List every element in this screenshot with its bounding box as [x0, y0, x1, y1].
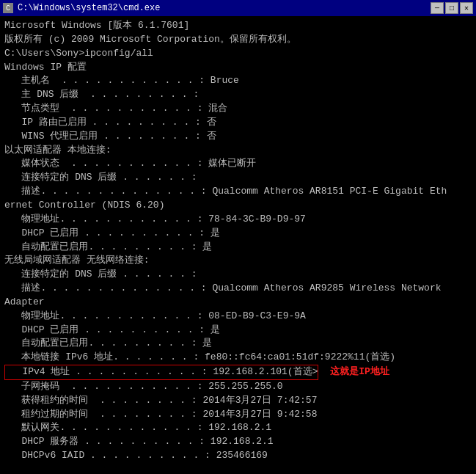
ipv4-line-content: IPv4 地址 . . . . . . . . . . . : 192.168.… [4, 365, 318, 380]
terminal-line: ernet Controller (NDIS 6.20) [4, 199, 472, 213]
terminal-line: Adapter [4, 296, 472, 310]
terminal-line: DHCP 已启用 . . . . . . . . . . : 是 [4, 227, 472, 241]
terminal-line: DHCP 服务器 . . . . . . . . . . : 192.168.2… [4, 435, 472, 449]
terminal-line: 版权所有 (c) 2009 Microsoft Corporation。保留所有… [4, 33, 472, 47]
terminal-line: 描述. . . . . . . . . . . . . . : Qualcomm… [4, 185, 472, 199]
terminal-line: Microsoft Windows [版本 6.1.7601] [4, 19, 472, 33]
terminal-line: 连接特定的 DNS 后缀 . . . . . . : [4, 268, 472, 282]
maximize-button[interactable]: □ [445, 2, 458, 14]
ipv4-highlight-row: IPv4 地址 . . . . . . . . . . . : 192.168.… [4, 365, 472, 380]
terminal-line: 默认网关. . . . . . . . . . . . : 192.168.2.… [4, 421, 472, 435]
terminal-line: 主机名 . . . . . . . . . . . . : Bruce [4, 74, 472, 88]
terminal-line: 主 DNS 后缀 . . . . . . . . . : [4, 88, 472, 102]
cmd-icon: C [3, 3, 13, 13]
cmd-window: C C:\Windows\system32\cmd.exe ─ □ ✕ Micr… [0, 0, 476, 474]
terminal-line: IP 路由已启用 . . . . . . . . . : 否 [4, 116, 472, 130]
terminal-line: DHCP 已启用 . . . . . . . . . . : 是 [4, 324, 472, 338]
terminal-line: WINS 代理已启用 . . . . . . . . : 否 [4, 130, 472, 144]
terminal-line: DHCPv6 IAID . . . . . . . . . . : 235466… [4, 449, 472, 463]
terminal-line: 连接特定的 DNS 后缀 . . . . . . : [4, 171, 472, 185]
terminal-line: 节点类型 . . . . . . . . . . . : 混合 [4, 102, 472, 116]
title-bar-left: C C:\Windows\system32\cmd.exe [3, 3, 160, 13]
terminal-line: 媒体状态 . . . . . . . . . . . : 媒体已断开 [4, 157, 472, 171]
terminal-line: 无线局域网适配器 无线网络连接: [4, 254, 472, 268]
terminal-line: 子网掩码 . . . . . . . . . . . : 255.255.255… [4, 380, 472, 394]
terminal-line: 获得租约的时间 . . . . . . . . : 2014年3月27日 7:4… [4, 394, 472, 408]
terminal-output: Microsoft Windows [版本 6.1.7601]版权所有 (c) … [0, 16, 476, 474]
terminal-line: Windows IP 配置 [4, 61, 472, 75]
minimize-button[interactable]: ─ [431, 2, 444, 14]
close-button[interactable]: ✕ [460, 2, 473, 14]
title-bar: C C:\Windows\system32\cmd.exe ─ □ ✕ [0, 0, 476, 16]
terminal-line: 租约过期的时间 . . . . . . . . : 2014年3月27日 9:4… [4, 408, 472, 422]
terminal-line: 物理地址. . . . . . . . . . . . : 78-84-3C-B… [4, 213, 472, 227]
window-title: C:\Windows\system32\cmd.exe [18, 3, 160, 13]
terminal-line: 本地链接 IPv6 地址. . . . . . . : fe80::fc64:c… [4, 351, 472, 365]
terminal-line: 物理地址. . . . . . . . . . . . : 08-ED-B9-C… [4, 310, 472, 324]
window-controls[interactable]: ─ □ ✕ [431, 2, 473, 14]
terminal-line: 以太网适配器 本地连接: [4, 144, 472, 158]
terminal-line: 自动配置已启用. . . . . . . . . : 是 [4, 241, 472, 255]
terminal-line: 自动配置已启用. . . . . . . . . : 是 [4, 337, 472, 351]
terminal-line: C:\Users\Sony>ipconfig/all [4, 47, 472, 61]
terminal-line: 描述. . . . . . . . . . . . . . : Qualcomm… [4, 282, 472, 296]
ip-address-label: 这就是IP地址 [324, 365, 389, 379]
